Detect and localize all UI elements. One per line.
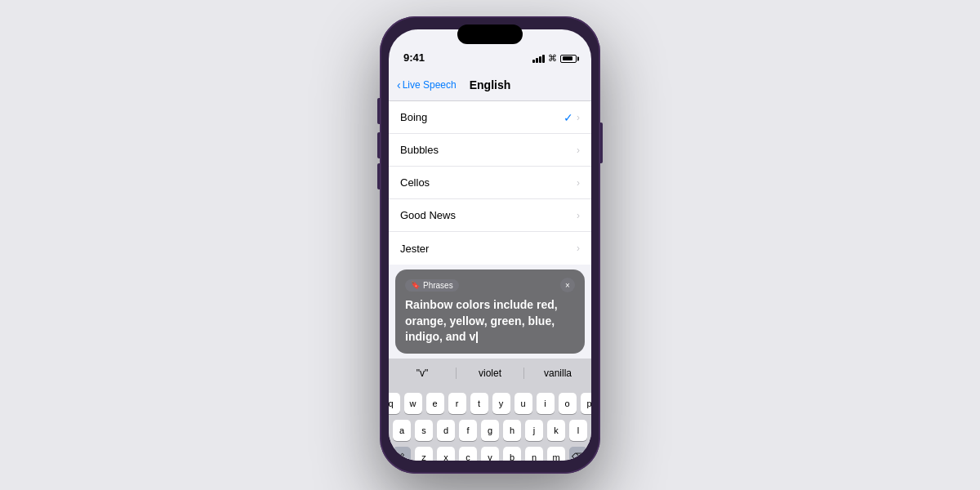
item-label: Bubbles [400,144,439,156]
page-title: English [470,78,511,91]
item-content: Jester [400,243,577,255]
chevron-right-icon: › [577,145,580,156]
item-content: Bubbles [400,144,577,156]
keyboard-row-2: a s d f g h j k l [392,420,588,441]
key-n[interactable]: n [525,447,543,461]
close-icon: × [565,281,570,290]
key-e[interactable]: e [426,393,444,414]
navigation-bar: ‹ Live Speech English [389,69,591,101]
key-k[interactable]: k [547,420,565,441]
phone-device: 9:41 ⌘ ‹ Live Speech English [380,16,600,474]
item-label: Jester [400,243,429,255]
settings-list: Boing ✓ › Bubbles › Cellos [389,101,591,265]
key-u[interactable]: u [514,393,532,414]
item-label: Boing [400,111,427,123]
item-content: Good News [400,209,577,221]
autocomplete-item[interactable]: vanilla [524,368,591,379]
list-item[interactable]: Cellos › [389,167,591,199]
back-label: Live Speech [403,79,457,91]
text-cursor [476,332,478,343]
list-item[interactable]: Jester › [389,232,591,265]
key-delete[interactable]: ⌫ [569,447,587,461]
dynamic-island [457,24,523,44]
list-item[interactable]: Boing ✓ › [389,101,591,134]
autocomplete-bar: "v" violet vanilla [389,359,591,388]
key-q[interactable]: q [389,393,400,414]
key-y[interactable]: y [492,393,510,414]
key-a[interactable]: a [393,420,411,441]
autocomplete-item[interactable]: "v" [389,368,457,379]
phrases-text[interactable]: Rainbow colors include red, orange, yell… [405,297,575,345]
key-g[interactable]: g [481,420,499,441]
back-button[interactable]: ‹ Live Speech [397,78,457,91]
item-content: Cellos [400,176,577,189]
wifi-icon: ⌘ [548,53,557,64]
key-b[interactable]: b [503,447,521,461]
key-o[interactable]: o [559,393,577,414]
keyboard-row-3: ⇧ z x c v b n m ⌫ [392,447,588,461]
key-f[interactable]: f [459,420,477,441]
checkmark-icon: ✓ [564,111,573,124]
key-d[interactable]: d [437,420,455,441]
key-j[interactable]: j [525,420,543,441]
item-label: Cellos [400,176,430,189]
key-c[interactable]: c [459,447,477,461]
key-v[interactable]: v [481,447,499,461]
chevron-right-icon: › [577,243,580,254]
key-r[interactable]: r [448,393,466,414]
item-content: Boing [400,111,564,123]
phrases-label: Phrases [423,281,453,290]
phrases-badge: 🔖 Phrases [405,279,459,292]
chevron-left-icon: ‹ [397,78,401,91]
key-m[interactable]: m [547,447,565,461]
key-t[interactable]: t [470,393,488,414]
phrases-header: 🔖 Phrases × [405,278,575,292]
phrases-close-button[interactable]: × [560,278,575,292]
item-right: ✓ › [564,111,580,124]
chevron-right-icon: › [577,177,580,189]
item-right: › [577,243,580,254]
phrases-content: Rainbow colors include red, orange, yell… [405,298,558,343]
chevron-right-icon: › [577,210,580,221]
autocomplete-item[interactable]: violet [457,368,524,379]
key-l[interactable]: l [569,420,587,441]
list-item[interactable]: Bubbles › [389,134,591,167]
status-icons: ⌘ [532,53,577,64]
battery-icon [560,55,577,63]
bookmark-icon: 🔖 [411,281,420,289]
phrases-overlay: 🔖 Phrases × Rainbow colors include red, … [395,270,585,354]
keyboard-row-1: q w e r t y u i o p [392,393,588,414]
key-s[interactable]: s [415,420,433,441]
item-right: › [577,145,580,156]
signal-icon [532,55,545,63]
key-z[interactable]: z [415,447,433,461]
item-label: Good News [400,209,456,221]
key-p[interactable]: p [581,393,592,414]
status-time: 9:41 [403,51,425,64]
item-right: › [577,210,580,221]
key-x[interactable]: x [437,447,455,461]
chevron-right-icon: › [577,112,580,123]
key-w[interactable]: w [404,393,422,414]
item-right: › [577,177,580,189]
keyboard: q w e r t y u i o p a s d f g h j k l [389,388,591,461]
key-h[interactable]: h [503,420,521,441]
key-i[interactable]: i [537,393,555,414]
list-item[interactable]: Good News › [389,199,591,232]
key-shift[interactable]: ⇧ [393,447,411,461]
phone-screen: 9:41 ⌘ ‹ Live Speech English [389,29,591,461]
